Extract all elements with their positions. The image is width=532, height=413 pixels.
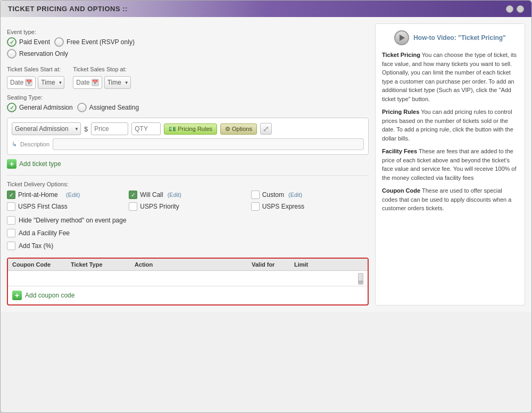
coupon-col-action: Action (135, 261, 252, 268)
coupon-table-header: Coupon Code Ticket Type Action Valid for… (8, 259, 368, 271)
calendar-start-icon: 📅 (25, 79, 32, 86)
sales-stop-date-input[interactable]: Date 📅 (73, 76, 102, 89)
move-handle[interactable]: ⤢ (260, 123, 272, 135)
coupon-scrollbar[interactable] (358, 273, 363, 285)
radio-reservation-label: Reservation Only (19, 50, 68, 57)
delivery-usps1: USPS First Class (7, 202, 124, 211)
delivery-print-label: Print-at-Home (18, 191, 58, 199)
calendar-stop-icon: 📅 (92, 79, 99, 86)
sidebar-para-1: Ticket Pricing You can choose the type o… (382, 51, 518, 103)
hide-delivery-label: Hide "Delivery method" on event page (19, 217, 127, 224)
coupon-section: Coupon Code Ticket Type Action Valid for… (7, 258, 369, 305)
facility-label: Add a Facility Fee (19, 229, 70, 237)
radio-free-event[interactable]: Free Event (RSVP only) (54, 37, 135, 47)
check-paid-icon: ✓ (10, 39, 14, 46)
gear-icon: ⚙ (225, 126, 230, 133)
delivery-custom-label: Custom (262, 191, 284, 199)
desc-arrow-icon: ↳ (12, 141, 17, 148)
checkbox-tax[interactable] (7, 242, 15, 250)
checkbox-usps1[interactable] (7, 202, 15, 211)
check-general-icon: ✓ (10, 104, 14, 111)
radio-assigned-seating[interactable]: Assigned Seating (77, 103, 139, 112)
sales-start-time-select[interactable]: Time (38, 76, 64, 89)
window-btn-2[interactable] (517, 5, 524, 13)
coupon-col-type: Ticket Type (71, 261, 135, 268)
sales-start-label: Ticket Sales Start at: (7, 66, 64, 72)
edit-print-link[interactable]: (Edit) (66, 192, 80, 198)
window-title: TICKET PRICING AND OPTIONS :: (8, 5, 128, 13)
ticket-main-row: General Admission VIP Student ▼ $ 💵 Pric… (12, 122, 364, 135)
sales-start-date-input[interactable]: Date 📅 (7, 76, 36, 89)
delivery-usps1-label: USPS First Class (18, 203, 68, 210)
tax-row: Add Tax (%) (7, 242, 369, 250)
window-controls (506, 5, 524, 13)
tax-label: Add Tax (%) (19, 242, 53, 250)
description-input[interactable] (53, 138, 364, 150)
checkbox-custom[interactable] (251, 191, 260, 199)
sales-stop-time-select[interactable]: Time (104, 76, 131, 89)
checkbox-uspsp[interactable] (129, 202, 137, 211)
sidebar-bold-3: Facility Fees (382, 148, 417, 154)
window-btn-1[interactable] (506, 5, 513, 13)
sidebar-panel: How-to Video: "Ticket Pricing" Ticket Pr… (375, 23, 525, 305)
ticket-box: General Admission VIP Student ▼ $ 💵 Pric… (7, 118, 369, 155)
sales-start-time-wrapper: Time ▼ (38, 76, 64, 89)
add-coupon-plus-icon: + (12, 291, 22, 300)
facility-fee-row: Add a Facility Fee (7, 229, 369, 237)
main-panel: Event type: ✓ Paid Event Free Event (RSV… (7, 23, 375, 305)
delivery-section: Ticket Delivery Options: Print-at-Home (… (7, 181, 369, 225)
ticket-type-wrapper: General Admission VIP Student ▼ (12, 122, 81, 135)
desc-label: Description (20, 141, 49, 147)
sales-stop-label: Ticket Sales Stop at: (73, 66, 130, 72)
play-button[interactable] (394, 30, 409, 45)
sidebar-bold-2: Pricing Rules (382, 109, 419, 115)
radio-free-label: Free Event (RSVP only) (66, 38, 135, 46)
edit-custom-link[interactable]: (Edit) (288, 192, 302, 198)
sidebar-para-4: Coupon Code These are used to offer spec… (382, 186, 518, 213)
add-ticket-plus-icon: + (7, 159, 16, 169)
options-button[interactable]: ⚙ Options (220, 123, 257, 135)
delivery-print-edit (62, 191, 63, 199)
event-type-group: ✓ Paid Event Free Event (RSVP only) (7, 37, 369, 47)
event-type-label: Event type: (7, 29, 369, 35)
coupon-col-extra (331, 261, 363, 268)
content-area: Event type: ✓ Paid Event Free Event (RSV… (1, 17, 531, 312)
radio-assigned-circle (77, 103, 87, 112)
add-coupon-button[interactable]: + Add coupon code (8, 286, 368, 304)
delivery-willcall: Will Call (Edit) (129, 191, 246, 199)
ticket-type-select[interactable]: General Admission VIP Student (12, 122, 81, 135)
checkbox-hide-delivery[interactable] (7, 216, 15, 225)
delivery-print: Print-at-Home (Edit) (7, 191, 124, 199)
qty-input[interactable] (131, 122, 161, 135)
pricing-rules-button[interactable]: 💵 Pricing Rules (164, 123, 217, 135)
coupon-col-valid: Valid for (252, 261, 294, 268)
checkbox-facility[interactable] (7, 229, 15, 237)
add-ticket-button[interactable]: + Add ticket type (7, 159, 369, 169)
event-type-group-2: Reservation Only (7, 49, 369, 59)
coupon-table-body (8, 271, 368, 286)
radio-general-admission[interactable]: ✓ General Admission (7, 103, 73, 112)
ticket-dates-row: Ticket Sales Start at: Date 📅 Time ▼ (7, 61, 369, 89)
checkbox-print[interactable] (7, 191, 15, 199)
sidebar-para-3: Facility Fees These are fees that are ad… (382, 147, 518, 182)
checkbox-uspse[interactable] (251, 202, 260, 211)
sales-stop-group: Ticket Sales Stop at: Date 📅 Time ▼ (73, 61, 130, 89)
edit-willcall-link[interactable]: (Edit) (168, 192, 181, 198)
sidebar-bold-1: Ticket Pricing (382, 52, 420, 58)
delivery-willcall-label: Will Call (140, 191, 163, 199)
hide-delivery-row: Hide "Delivery method" on event page (7, 216, 369, 225)
video-row: How-to Video: "Ticket Pricing" (382, 30, 518, 45)
video-link[interactable]: How-to Video: "Ticket Pricing" (413, 33, 506, 43)
ticket-box-wrapper: General Admission VIP Student ▼ $ 💵 Pric… (7, 118, 369, 155)
sales-stop-time-wrapper: Time ▼ (104, 76, 131, 89)
checkbox-willcall[interactable] (129, 191, 137, 199)
price-input[interactable] (91, 122, 128, 135)
radio-assigned-label: Assigned Seating (89, 104, 139, 111)
sidebar-para-2: Pricing Rules You can add pricing rules … (382, 108, 518, 143)
radio-paid-event[interactable]: ✓ Paid Event (7, 37, 50, 47)
title-bar: TICKET PRICING AND OPTIONS :: (1, 1, 531, 17)
add-coupon-label: Add coupon code (25, 292, 74, 299)
sales-stop-inputs: Date 📅 Time ▼ (73, 76, 130, 89)
radio-reservation[interactable]: Reservation Only (7, 49, 68, 59)
delivery-uspse: USPS Express (251, 202, 369, 211)
